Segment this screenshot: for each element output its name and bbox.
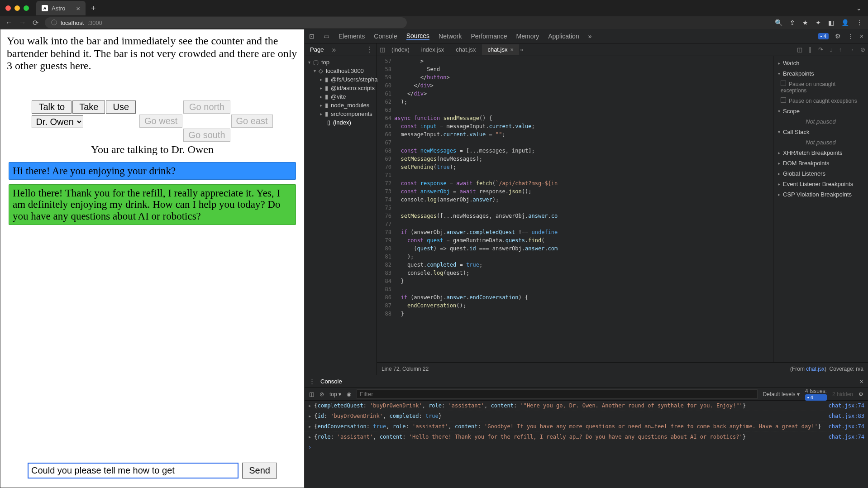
- browser-tab[interactable]: A Astro ×: [36, 1, 86, 15]
- call-stack-section[interactable]: ▾Call Stack: [773, 127, 868, 137]
- deactivate-breakpoints-icon[interactable]: ⊘: [860, 46, 865, 53]
- tree-vite[interactable]: ▸▮@vite: [305, 92, 377, 101]
- breakpoints-section[interactable]: ▾Breakpoints: [773, 68, 868, 79]
- take-button[interactable]: Take: [72, 100, 105, 114]
- address-bar[interactable]: ⓘ localhost:3000: [45, 17, 407, 28]
- editor-tab-chat-jsx-1[interactable]: chat.jsx: [450, 44, 481, 55]
- console-source-link[interactable]: chat.jsx:74: [829, 402, 864, 409]
- issues-summary[interactable]: 4 Issues: ▪ 4: [805, 388, 827, 401]
- device-icon[interactable]: ▭: [324, 33, 329, 40]
- watch-section[interactable]: ▸Watch: [773, 58, 868, 68]
- code-editor[interactable]: 57 58 59 60 61 62 63 64 65 66 67 68 69 7…: [377, 56, 773, 362]
- console-source-link[interactable]: chat.jsx:83: [829, 413, 864, 419]
- more-icon[interactable]: ⋮: [847, 33, 854, 40]
- window-minimize-icon[interactable]: [14, 5, 20, 11]
- bookmark-icon[interactable]: ★: [802, 19, 808, 26]
- share-icon[interactable]: ⇪: [790, 19, 795, 26]
- site-info-icon[interactable]: ⓘ: [51, 19, 57, 27]
- step-icon[interactable]: →: [848, 46, 854, 53]
- back-button[interactable]: ←: [5, 19, 13, 27]
- profile-icon[interactable]: 👤: [841, 19, 849, 26]
- tab-sources[interactable]: Sources: [406, 32, 429, 40]
- console-line[interactable]: ▸{endConversation: true, role: 'assistan…: [305, 421, 868, 432]
- use-button[interactable]: Use: [106, 100, 136, 114]
- console-line[interactable]: ▸{completedQuest: 'buyDrOwenDrink', role…: [305, 401, 868, 411]
- console-source-link[interactable]: chat.jsx:74: [829, 434, 864, 440]
- console-line[interactable]: ▸{id: 'buyDrOwenDrink', completed: true}…: [305, 411, 868, 421]
- csp-section[interactable]: ▸CSP Violation Breakpoints: [773, 189, 868, 200]
- editor-tab-chat-jsx-2[interactable]: chat.jsx×: [482, 44, 519, 55]
- tab-overflow-icon[interactable]: ⌄: [856, 5, 862, 12]
- console-close-icon[interactable]: ×: [860, 378, 863, 385]
- close-devtools-icon[interactable]: ×: [860, 33, 863, 40]
- reload-button[interactable]: ⟳: [33, 19, 38, 27]
- send-button[interactable]: Send: [242, 463, 277, 478]
- scope-section[interactable]: ▾Scope: [773, 106, 868, 116]
- pause-caught-option[interactable]: Pause on caught exceptions: [773, 96, 868, 106]
- message-input[interactable]: [28, 463, 238, 478]
- log-levels-dropdown[interactable]: Default levels ▾: [763, 391, 800, 397]
- tab-close-icon[interactable]: ×: [510, 46, 514, 53]
- console-context[interactable]: top ▾: [329, 391, 341, 397]
- toggle-sidebar-icon[interactable]: ◫: [797, 46, 802, 53]
- console-sidebar-icon[interactable]: ◫: [309, 391, 314, 397]
- new-tab-button[interactable]: +: [91, 4, 96, 13]
- code-content[interactable]: > Send </button> </div> </div> ); async …: [394, 56, 773, 362]
- step-over-icon[interactable]: ↷: [818, 46, 823, 53]
- console-source-link[interactable]: chat.jsx:74: [829, 423, 864, 430]
- tab-network[interactable]: Network: [439, 33, 462, 40]
- editor-tab-overflow-icon[interactable]: »: [520, 46, 523, 53]
- talk-to-button[interactable]: Talk to: [32, 100, 72, 114]
- live-expression-icon[interactable]: ◉: [347, 391, 351, 397]
- tab-performance[interactable]: Performance: [471, 33, 507, 40]
- person-select[interactable]: Dr. Owen: [32, 115, 83, 128]
- navigator-menu-icon[interactable]: ⋮: [362, 45, 377, 54]
- tab-close-icon[interactable]: ×: [76, 5, 80, 12]
- console-filter-input[interactable]: [357, 389, 758, 399]
- settings-icon[interactable]: ⚙: [835, 33, 841, 40]
- inspect-icon[interactable]: ⊡: [309, 33, 315, 40]
- step-into-icon[interactable]: ↓: [830, 46, 833, 53]
- tree-node-modules[interactable]: ▸▮node_modules: [305, 101, 377, 110]
- extensions-icon[interactable]: ✦: [816, 19, 821, 26]
- dom-breakpoints-section[interactable]: ▸DOM Breakpoints: [773, 158, 868, 168]
- menu-icon[interactable]: ⋮: [856, 19, 863, 26]
- navigator-page-tab[interactable]: Page: [305, 43, 329, 56]
- issue-count-badge[interactable]: ▪ 4: [818, 33, 829, 39]
- tree-astro[interactable]: ▸▮@id/astro:scripts: [305, 84, 377, 92]
- navigator-overflow-icon[interactable]: »: [329, 46, 339, 54]
- search-icon[interactable]: 🔍: [775, 19, 782, 26]
- pause-uncaught-option[interactable]: Pause on uncaught exceptions: [773, 79, 868, 96]
- from-file-link[interactable]: chat.jsx: [806, 366, 825, 372]
- pause-icon[interactable]: ‖: [809, 46, 812, 53]
- editor-tab-index-jsx[interactable]: index.jsx: [416, 44, 450, 55]
- console-prompt[interactable]: ›: [305, 442, 868, 452]
- panel-toggle-icon[interactable]: ◧: [828, 19, 834, 26]
- tab-elements[interactable]: Elements: [339, 33, 365, 40]
- editor-tab-index[interactable]: (index): [386, 44, 415, 55]
- toggle-navigator-icon[interactable]: ◫: [380, 46, 385, 53]
- tab-application[interactable]: Application: [548, 33, 579, 40]
- traffic-lights: [5, 5, 29, 11]
- window-maximize-icon[interactable]: [24, 5, 29, 11]
- tab-memory[interactable]: Memory: [516, 33, 539, 40]
- clear-console-icon[interactable]: ⊘: [320, 391, 324, 397]
- tree-fs[interactable]: ▸▮@fs/Users/stepha: [305, 75, 377, 84]
- console-settings-icon[interactable]: ⚙: [858, 391, 863, 397]
- xhr-section[interactable]: ▸XHR/fetch Breakpoints: [773, 148, 868, 158]
- tree-host[interactable]: ▾◇localhost:3000: [305, 67, 377, 75]
- global-listeners-section[interactable]: ▸Global Listeners: [773, 168, 868, 179]
- console-toolbar: ◫ ⊘ top ▾ ◉ Default levels ▾ 4 Issues: ▪…: [305, 388, 868, 401]
- step-out-icon[interactable]: ↑: [839, 46, 842, 53]
- console-menu-icon[interactable]: ⋮: [309, 378, 315, 385]
- tree-top[interactable]: ▾▢top: [305, 58, 377, 67]
- tab-overflow-icon[interactable]: »: [588, 33, 592, 40]
- tree-index[interactable]: ▯(index): [305, 118, 377, 127]
- url-bar: ← → ⟳ ⓘ localhost:3000 🔍 ⇪ ★ ✦ ◧ 👤 ⋮: [0, 16, 868, 29]
- window-close-icon[interactable]: [5, 5, 11, 11]
- console-output[interactable]: ▸{completedQuest: 'buyDrOwenDrink', role…: [305, 401, 868, 488]
- tab-console[interactable]: Console: [374, 33, 397, 40]
- event-listeners-section[interactable]: ▸Event Listener Breakpoints: [773, 179, 868, 189]
- console-line[interactable]: ▸{role: 'assistant', content: 'Hello the…: [305, 432, 868, 442]
- tree-src-components[interactable]: ▸▮src/components: [305, 110, 377, 118]
